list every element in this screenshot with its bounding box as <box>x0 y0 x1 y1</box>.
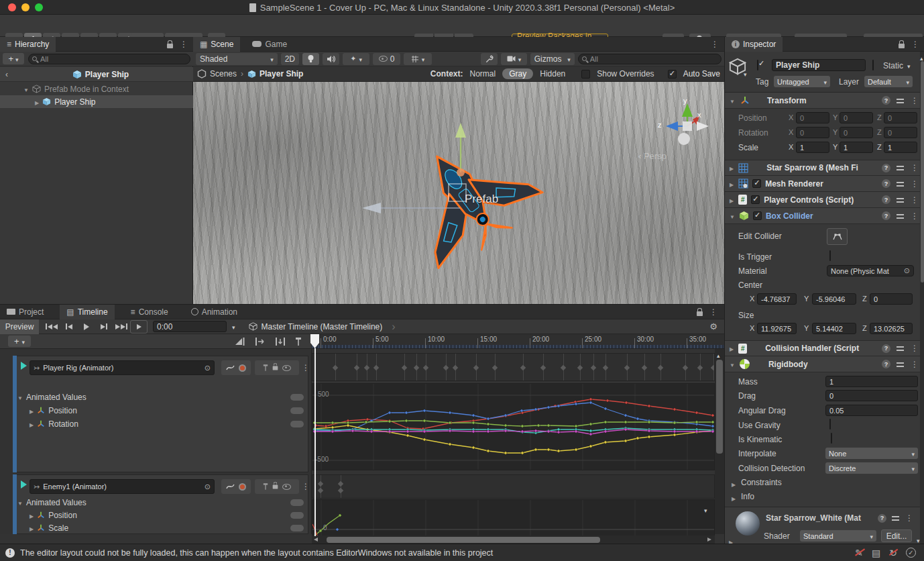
curve-keyframe[interactable] <box>406 434 409 437</box>
scale-z-field[interactable]: 1 <box>884 142 917 153</box>
timeline-menu-icon[interactable] <box>709 307 717 317</box>
gameobject-caret-icon[interactable] <box>744 69 747 79</box>
curve-keyframe[interactable] <box>546 405 550 409</box>
position-row[interactable]: Position <box>13 405 308 417</box>
keyframe-diamond[interactable] <box>414 365 419 370</box>
curve-toggle-oval[interactable] <box>290 394 304 401</box>
keyframe-diamond[interactable] <box>492 365 498 370</box>
size-y-field[interactable]: 5.14402 <box>812 323 856 334</box>
pin-icon[interactable] <box>295 337 302 346</box>
foldout-open-icon[interactable] <box>17 498 23 507</box>
tab-scene[interactable]: ▦ Scene <box>193 37 240 52</box>
time-caret-icon[interactable] <box>232 322 235 332</box>
hidden-objects-button[interactable]: 0 <box>373 53 400 65</box>
presets-icon[interactable] <box>897 164 905 172</box>
scene-tools-button[interactable] <box>481 53 498 65</box>
curve-keyframe[interactable] <box>647 404 650 407</box>
component-menu-icon[interactable] <box>905 513 913 523</box>
next-frame-button[interactable] <box>95 320 113 334</box>
curve-keyframe[interactable] <box>589 444 592 448</box>
2d-toggle-button[interactable]: 2D <box>281 53 299 65</box>
help-icon[interactable]: ? <box>882 360 890 368</box>
is-kinematic-checkbox[interactable] <box>831 433 832 444</box>
h-scroll-thumb[interactable] <box>327 537 600 543</box>
is-trigger-checkbox[interactable] <box>829 250 831 261</box>
scroll-down-icon[interactable] <box>704 505 707 515</box>
foldout-open-icon[interactable] <box>730 96 735 105</box>
keyframe-diamond[interactable] <box>318 488 323 493</box>
tag-dropdown[interactable]: Untagged <box>774 76 830 87</box>
keyframe-diamond[interactable] <box>658 365 663 370</box>
curve-keyframe[interactable] <box>624 401 628 404</box>
goto-end-button[interactable] <box>113 320 130 334</box>
mass-field[interactable]: 1 <box>825 376 918 387</box>
hierarchy-menu-icon[interactable] <box>180 40 188 49</box>
curve-toggle-oval[interactable] <box>290 512 304 519</box>
curve-keyframe[interactable] <box>603 420 607 423</box>
object-picker-icon[interactable]: ⊙ <box>904 266 910 275</box>
curve-keyframe[interactable] <box>546 448 550 451</box>
presets-icon[interactable] <box>897 196 905 204</box>
rotation-y-field[interactable]: 0 <box>840 127 873 138</box>
timeline-breadcrumb[interactable]: Master Timeline (Master Timeline) <box>262 322 383 332</box>
track-options-group[interactable] <box>255 479 299 494</box>
constraints-foldout[interactable]: Constraints <box>741 478 782 487</box>
component-menu-icon[interactable] <box>911 195 919 205</box>
keyframe-diamond[interactable] <box>354 365 359 370</box>
keyframe-diamond[interactable] <box>333 365 338 370</box>
component-menu-icon[interactable] <box>911 179 919 189</box>
curve-keyframe[interactable] <box>603 440 607 444</box>
presets-icon[interactable] <box>897 180 905 188</box>
help-icon[interactable]: ? <box>882 179 890 188</box>
timeline-vertical-scrollbar[interactable] <box>715 349 724 534</box>
lock-icon[interactable] <box>273 484 278 489</box>
orientation-gizmo[interactable] <box>659 97 715 153</box>
curve-keyframe[interactable] <box>636 436 639 440</box>
unlock-icon[interactable] <box>899 44 905 48</box>
keyframe-diamond[interactable] <box>642 365 647 370</box>
curve-keyframe[interactable] <box>673 433 676 436</box>
breadcrumb-current[interactable]: Player Ship <box>259 69 303 79</box>
prefab-header-row[interactable]: ‹ Player Ship <box>0 67 193 82</box>
context-option-hidden[interactable]: Hidden <box>540 69 565 79</box>
keyframe-diamond[interactable] <box>577 365 583 370</box>
inspector-menu-icon[interactable] <box>911 40 919 49</box>
inspector-scrollbar[interactable] <box>920 52 924 544</box>
keyframe-diamond[interactable] <box>540 365 546 370</box>
foldout-closed-icon[interactable] <box>730 163 734 172</box>
animated-values-row[interactable]: Animated Values <box>13 497 308 509</box>
context-option-normal[interactable]: Normal <box>470 69 496 79</box>
lock-icon[interactable] <box>273 366 278 370</box>
player-keyframe-strip[interactable] <box>312 353 715 381</box>
help-icon[interactable]: ? <box>882 344 890 353</box>
curve-keyframe[interactable] <box>404 411 408 414</box>
curve-keyframe[interactable] <box>605 399 609 402</box>
track-menu-icon[interactable] <box>302 363 310 372</box>
keyframe-diamond[interactable] <box>318 481 323 487</box>
track-group-player-rig[interactable]: ↣Player Rig (Animator) ⊙ Animated Values <box>13 356 308 472</box>
curve-keyframe[interactable] <box>486 449 489 452</box>
curve-keyframe[interactable] <box>471 429 475 433</box>
keyframe-diamond[interactable] <box>520 365 526 370</box>
curve-keyframe[interactable] <box>695 411 698 414</box>
center-z-field[interactable]: 0 <box>870 293 913 305</box>
collision-handler-component-header[interactable]: # Collision Handler (Script ? <box>725 340 924 356</box>
curve-keyframe[interactable] <box>557 449 560 452</box>
scene-search-input[interactable]: All <box>578 54 721 64</box>
persp-label[interactable]: ‹ Persp <box>638 151 667 161</box>
curve-keyframe[interactable] <box>624 439 627 442</box>
player-controls-component-header[interactable]: # Player Controls (Script) ? <box>725 192 924 208</box>
keyframe-diamond[interactable] <box>473 365 479 370</box>
position-y-field[interactable]: 0 <box>840 112 873 123</box>
debugger-disabled-icon[interactable]: ✎ <box>855 548 863 558</box>
active-checkbox[interactable] <box>757 60 758 70</box>
curve-keyframe[interactable] <box>536 423 540 427</box>
scroll-down-icon[interactable] <box>917 536 920 544</box>
curve-keyframe[interactable] <box>673 407 676 411</box>
keyframe-diamond[interactable] <box>591 365 596 370</box>
curve-keyframe[interactable] <box>711 424 714 427</box>
position-z-field[interactable]: 0 <box>884 112 917 123</box>
preview-toggle-button[interactable]: Preview <box>0 319 39 334</box>
curve-keyframe[interactable] <box>486 429 489 433</box>
curve-keyframe[interactable] <box>603 407 607 410</box>
